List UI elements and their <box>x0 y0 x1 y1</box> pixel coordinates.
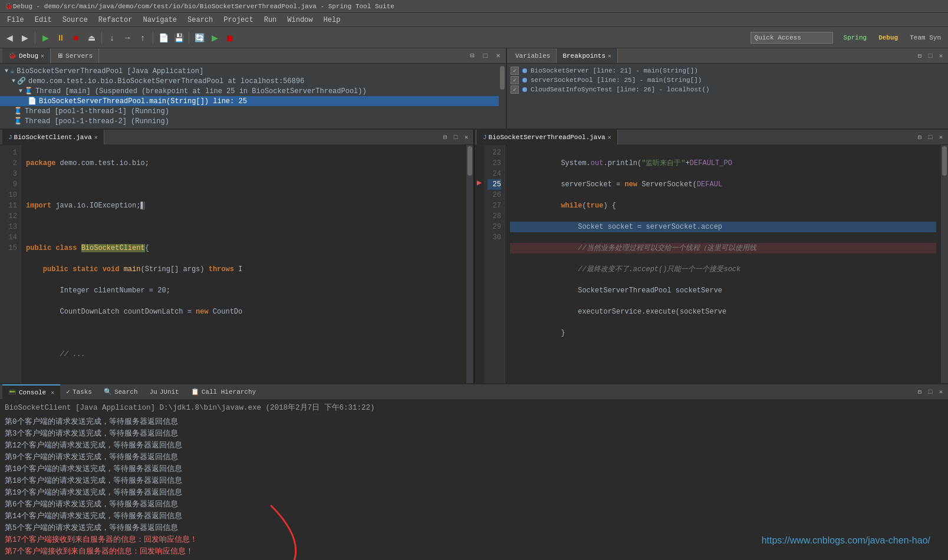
menu-run[interactable]: Run <box>259 15 282 25</box>
thread-pool1-icon: 🧵 <box>14 107 22 116</box>
toolbar-resume-btn[interactable]: ▶ <box>38 31 52 45</box>
menu-project[interactable]: Project <box>219 15 258 25</box>
right-code-panel-icons: ⊟ □ ✕ <box>915 133 946 142</box>
minimize-left-icon[interactable]: ⊟ <box>440 133 450 142</box>
close-vars-icon[interactable]: ✕ <box>936 51 946 61</box>
tree-item-connection[interactable]: ▼ 🔗 demo.com.test.io.bio.BioSocketServer… <box>0 76 506 86</box>
bug-icon: 🐞 <box>8 52 17 60</box>
debug-tree: ▼ ☕ BioSocketServerThreadPool [Java Appl… <box>0 64 506 129</box>
maximize-right-icon[interactable]: □ <box>926 133 935 142</box>
line-numbers-right: 22 23 24 25 26 27 28 29 30 <box>484 145 505 383</box>
spring-label[interactable]: Spring <box>839 33 872 42</box>
call-hierarchy-icon: 📋 <box>191 388 199 396</box>
toolbar-disconnect-btn[interactable]: ⏏ <box>84 31 98 45</box>
console-panel-icons: ⊟ □ ✕ <box>915 387 946 397</box>
toolbar-step-over-btn[interactable]: → <box>120 31 134 45</box>
tree-item-app[interactable]: ▼ ☕ BioSocketServerThreadPool [Java Appl… <box>0 66 506 76</box>
debug-arrow-indicator: ▶ <box>475 177 484 187</box>
tab-call-hierarchy[interactable]: 📋 Call Hierarchy <box>185 384 262 399</box>
minimize-console-icon[interactable]: ⊟ <box>915 387 924 397</box>
maximize-debug-icon[interactable]: □ <box>480 51 491 61</box>
tree-item-stack-frame[interactable]: 📄 BioSocketServerThreadPool.main(String[… <box>0 96 506 106</box>
quick-access-box[interactable]: Quick Access <box>750 32 833 44</box>
tree-item-thread-main[interactable]: ▼ 🧵 Thread [main] (Suspended (breakpoint… <box>0 86 506 96</box>
bp-text-2: CloudSeatInfoSyncTest [line: 26] - local… <box>531 86 710 93</box>
toolbar-new-btn[interactable]: 📄 <box>156 31 170 45</box>
console-panel: 📟 Console ✕ ✓ Tasks 🔍 Search Ju JUnit 📋 … <box>0 384 948 560</box>
tab-search[interactable]: 🔍 Search <box>98 384 144 399</box>
tab-biosocketclient[interactable]: J BioSocketClient.java ✕ <box>2 130 104 144</box>
right-tab-close[interactable]: ✕ <box>608 134 611 141</box>
right-code-scrollbar[interactable] <box>941 145 948 383</box>
debug-panel-icons: ⊟ □ ✕ <box>467 51 503 61</box>
bp-text-1: serverSocketPool [line: 25] - main(Strin… <box>531 77 702 84</box>
minimize-debug-icon[interactable]: ⊟ <box>467 51 478 61</box>
toolbar-save-btn[interactable]: 💾 <box>172 31 186 45</box>
tab-debug[interactable]: 🐞 Debug ✕ <box>2 48 51 63</box>
debug-label[interactable]: Debug <box>874 33 903 42</box>
tab-variables[interactable]: Variables <box>509 48 557 63</box>
toolbar-terminate-btn[interactable]: ■ <box>69 31 83 45</box>
vars-tab-bar: Variables Breakpoints ✕ ⊟ □ ✕ <box>507 48 948 64</box>
thread-pool2-icon: 🧵 <box>14 117 22 126</box>
debug-scrollbar[interactable] <box>499 64 506 129</box>
tab-servers[interactable]: 🖥 Servers <box>51 48 99 63</box>
toolbar-back-btn[interactable]: ◀ <box>2 31 17 45</box>
left-code-scrollbar[interactable] <box>466 145 473 383</box>
console-line-4: 第10个客户端的请求发送完成，等待服务器返回信息 <box>5 463 943 475</box>
tab-tasks[interactable]: ✓ Tasks <box>60 384 98 399</box>
bp-checkbox-0[interactable]: ✓ <box>511 67 519 75</box>
breakpoints-tab-close[interactable]: ✕ <box>608 52 611 60</box>
menu-window[interactable]: Window <box>282 15 317 25</box>
menu-source[interactable]: Source <box>58 15 93 25</box>
vars-panel-icons: ⊟ □ ✕ <box>915 51 946 61</box>
java-file-icon-right: J <box>483 134 487 141</box>
right-code-scroll-thumb <box>942 146 947 176</box>
code-tab-bar-left: J BioSocketClient.java ✕ ⊟ □ ✕ <box>0 130 473 145</box>
tab-console[interactable]: 📟 Console ✕ <box>2 384 60 399</box>
bp-dot-0 <box>522 68 527 73</box>
breakpoints-list: ✓ BioSocketServer [line: 21] - main(Stri… <box>507 64 948 97</box>
tab-breakpoints[interactable]: Breakpoints ✕ <box>557 48 618 63</box>
menu-refactor[interactable]: Refactor <box>94 15 137 25</box>
toolbar-refresh-btn[interactable]: 🔄 <box>192 31 206 45</box>
bp-checkbox-2[interactable]: ✓ <box>511 85 519 94</box>
tab-junit[interactable]: Ju JUnit <box>144 384 185 399</box>
close-right-icon[interactable]: ✕ <box>936 133 946 142</box>
maximize-vars-icon[interactable]: □ <box>926 51 935 61</box>
menu-file[interactable]: File <box>2 15 29 25</box>
tree-item-thread-pool-2[interactable]: 🧵 Thread [pool-1-thread-2] (Running) <box>0 116 506 126</box>
close-left-icon[interactable]: ✕ <box>462 133 471 142</box>
menu-search[interactable]: Search <box>183 15 218 25</box>
left-code-panel-icons: ⊟ □ ✕ <box>440 133 471 142</box>
maximize-console-icon[interactable]: □ <box>926 387 935 397</box>
team-label[interactable]: Team Syn <box>905 33 946 42</box>
menu-help[interactable]: Help <box>319 15 345 25</box>
debug-indicators: ▶ <box>475 145 484 383</box>
console-tab-close[interactable]: ✕ <box>51 389 54 396</box>
toolbar-stop-btn[interactable]: ◼ <box>223 31 237 45</box>
debug-tab-close[interactable]: ✕ <box>41 52 44 60</box>
debug-panel: 🐞 Debug ✕ 🖥 Servers ⊟ □ ✕ <box>0 48 507 129</box>
minimize-right-icon[interactable]: ⊟ <box>915 133 924 142</box>
console-line-6: 第19个客户端的请求发送完成，等待服务器返回信息 <box>5 487 943 499</box>
toolbar-debug-launch-btn[interactable]: ▶ <box>208 31 222 45</box>
toolbar-step-return-btn[interactable]: ↑ <box>136 31 150 45</box>
close-console-icon[interactable]: ✕ <box>936 387 946 397</box>
bp-dot-2 <box>522 87 527 92</box>
menu-edit[interactable]: Edit <box>30 15 57 25</box>
toolbar-suspend-btn[interactable]: ⏸ <box>54 31 68 45</box>
maximize-left-icon[interactable]: □ <box>451 133 460 142</box>
left-tab-close[interactable]: ✕ <box>94 134 98 141</box>
menu-navigate[interactable]: Navigate <box>138 15 182 25</box>
toolbar-step-into-btn[interactable]: ↓ <box>105 31 119 45</box>
toolbar-sep-3 <box>153 32 153 44</box>
toolbar-forward-btn[interactable]: ▶ <box>18 31 32 45</box>
console-header: BioSocketClient [Java Application] D:\jd… <box>5 402 943 414</box>
tab-biosocketserverthreadpool[interactable]: J BioSocketServerThreadPool.java ✕ <box>477 130 618 144</box>
close-debug-icon[interactable]: ✕ <box>493 51 503 61</box>
minimize-vars-icon[interactable]: ⊟ <box>915 51 924 61</box>
bp-checkbox-1[interactable]: ✓ <box>511 76 519 84</box>
tree-item-thread-pool-1[interactable]: 🧵 Thread [pool-1-thread-1] (Running) <box>0 106 506 116</box>
console-line-2: 第12个客户端的请求发送完成，等待服务器返回信息 <box>5 440 943 452</box>
